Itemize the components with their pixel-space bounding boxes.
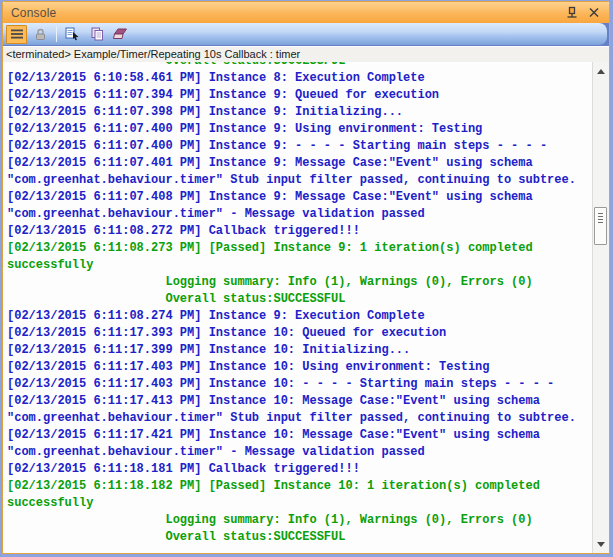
close-icon[interactable] [587,6,601,19]
console-line: Logging summary: Info (1), Warnings (0),… [7,512,591,529]
toolbar [3,23,609,46]
console-line: [02/13/2015 6:11:08.274 PM] Instance 9: … [7,308,591,325]
console-line: [02/13/2015 6:11:17.403 PM] Instance 10:… [7,376,591,393]
console-line: [02/13/2015 6:11:08.272 PM] Callback tri… [7,223,591,240]
console-line: successfully [7,495,591,512]
toolbar-inner [3,23,607,45]
console-line: "com.greenhat.behaviour.timer" Stub inpu… [7,410,591,427]
clear-console-button[interactable] [110,25,131,44]
titlebar-buttons [565,6,601,19]
console-line: successfully [7,257,591,274]
eraser-icon [113,28,128,41]
console-line: [02/13/2015 6:11:17.403 PM] Instance 10:… [7,359,591,376]
console-line: [02/13/2015 6:11:07.401 PM] Instance 9: … [7,155,591,172]
console-line: Logging summary: Info (1), Warnings (0),… [7,274,591,291]
console-line: [02/13/2015 6:11:08.273 PM] [Passed] Ins… [7,240,591,257]
console-line: Overall status:SUCCESSFUL [7,529,591,546]
scroll-up-icon [597,69,605,74]
console-log: Overall status:SUCCESSFUL[02/13/2015 6:1… [7,62,591,546]
console-line: [02/13/2015 6:11:17.393 PM] Instance 10:… [7,325,591,342]
titlebar[interactable]: Console [3,2,609,23]
vertical-scrollbar[interactable] [592,62,609,553]
console-line: "com.greenhat.behaviour.timer" Stub inpu… [7,172,591,189]
scroll-up-button[interactable] [593,64,609,78]
console-output-area[interactable]: Overall status:SUCCESSFUL[02/13/2015 6:1… [3,62,609,553]
scrollbar-grip [598,213,603,224]
lock-button[interactable] [30,25,51,44]
scroll-down-icon [597,542,605,547]
console-line: [02/13/2015 6:11:07.394 PM] Instance 9: … [7,87,591,104]
pin-icon[interactable] [565,6,579,19]
console-line: [02/13/2015 6:11:07.400 PM] Instance 9: … [7,138,591,155]
console-line: "com.greenhat.behaviour.timer" - Message… [7,206,591,223]
copy-icon [90,27,104,41]
copy-button[interactable] [86,25,107,44]
console-line: [02/13/2015 6:11:07.408 PM] Instance 9: … [7,189,591,206]
list-cursor-icon [65,27,80,41]
console-line: [02/13/2015 6:11:18.181 PM] Callback tri… [7,461,591,478]
console-line: [02/13/2015 6:11:07.400 PM] Instance 9: … [7,121,591,138]
follow-output-button[interactable] [62,25,83,44]
toolbar-separator [56,26,57,42]
run-status-line: <terminated> Example/Timer/Repeating 10s… [3,46,609,62]
console-line: [02/13/2015 6:11:17.413 PM] Instance 10:… [7,393,591,410]
lock-icon [34,28,47,41]
scrollbar-thumb[interactable] [594,207,607,245]
window-title: Console [11,6,56,20]
console-line: [02/13/2015 6:11:17.421 PM] Instance 10:… [7,427,591,444]
console-tool-window: Console [0,0,613,557]
console-line: [02/13/2015 6:11:18.182 PM] [Passed] Ins… [7,478,591,495]
menu-button[interactable] [6,25,27,44]
window-inner: Console [2,1,610,554]
console-line: Overall status:SUCCESSFUL [7,62,591,70]
console-line: [02/13/2015 6:11:07.398 PM] Instance 9: … [7,104,591,121]
hamburger-icon [10,28,24,40]
scroll-down-button[interactable] [593,537,609,551]
console-line: [02/13/2015 6:11:17.399 PM] Instance 10:… [7,342,591,359]
console-line: Overall status:SUCCESSFUL [7,291,591,308]
console-line: "com.greenhat.behaviour.timer" - Message… [7,444,591,461]
console-line: [02/13/2015 6:10:58.461 PM] Instance 8: … [7,70,591,87]
